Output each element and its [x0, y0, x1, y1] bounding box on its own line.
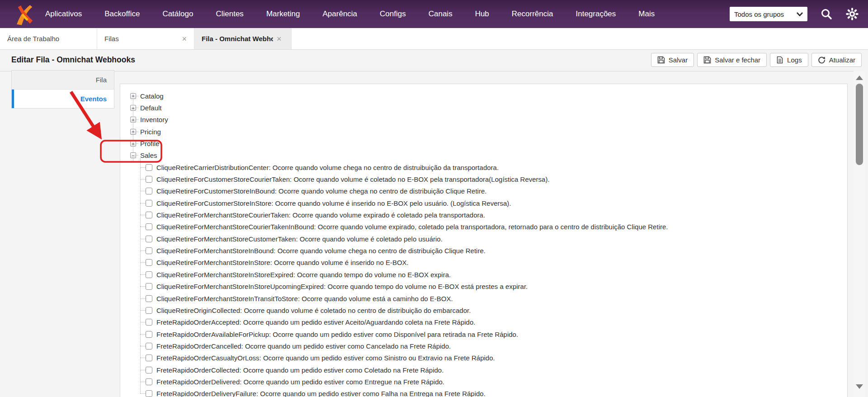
refresh-button[interactable]: Atualizar [811, 53, 862, 67]
event-checkbox[interactable] [146, 331, 152, 338]
group-select[interactable]: Todos os grupos [730, 7, 807, 21]
tree-connector-line [140, 158, 141, 394]
collapse-icon[interactable]: − [130, 152, 136, 158]
tab-fila-omnichat-webhooks[interactable]: Fila - Omnichat Webhooks× [194, 28, 292, 49]
nav-item-mais[interactable]: Mais [638, 9, 655, 19]
tree-connector [136, 132, 138, 132]
event-row: FreteRapidoOrderCasualtyOrLoss: Ocorre q… [120, 352, 847, 364]
tree-connector [140, 334, 146, 335]
close-icon[interactable]: × [277, 35, 282, 43]
tab-label: Fila - Omnichat Webhooks [202, 35, 273, 43]
tree-group-pricing[interactable]: +Pricing [120, 126, 847, 137]
scrollbar-thumb[interactable] [856, 84, 863, 165]
scroll-down-arrow-icon[interactable] [856, 384, 863, 389]
tree-connector [140, 203, 146, 203]
tree-group-default[interactable]: +Default [120, 102, 847, 113]
tree-connector [140, 215, 146, 215]
event-label: CliqueRetireCarrierDistributionCenter: O… [156, 164, 499, 171]
event-checkbox[interactable] [146, 354, 152, 361]
close-icon[interactable]: × [182, 35, 187, 43]
sales-events-list: CliqueRetireCarrierDistributionCenter: O… [120, 161, 847, 397]
refresh-button-label: Atualizar [829, 56, 855, 64]
event-checkbox[interactable] [146, 164, 152, 171]
nav-item-aparencia[interactable]: Aparência [323, 9, 358, 19]
nav-item-clientes[interactable]: Clientes [216, 9, 243, 19]
vertical-scrollbar[interactable] [854, 71, 865, 397]
save-button[interactable]: Salvar [651, 53, 694, 67]
event-row: CliqueRetireForMerchantStoreInBound: Oco… [120, 245, 847, 256]
event-checkbox[interactable] [146, 176, 152, 183]
tree-group-label: Profile [140, 140, 160, 147]
nav-item-catalogo[interactable]: Catálogo [162, 9, 193, 19]
tab-area-de-trabalho[interactable]: Área de Trabalho [0, 28, 97, 49]
event-label: CliqueRetireForMerchantStoreInTransitToS… [156, 295, 453, 302]
event-label: CliqueRetireForMerchantStoreCourierTaken… [156, 223, 668, 231]
event-row: CliqueRetireForMerchantStoreCustomerTake… [120, 233, 847, 245]
event-checkbox[interactable] [146, 247, 152, 254]
event-row: FreteRapidoOrderAvailableForPickup: Ocor… [120, 328, 847, 340]
event-checkbox[interactable] [146, 390, 152, 397]
search-icon[interactable] [820, 8, 833, 20]
event-checkbox[interactable] [146, 295, 152, 302]
event-row: FreteRapidoOrderDeliveryFailure: Ocorre … [120, 388, 847, 397]
event-checkbox[interactable] [146, 367, 152, 373]
save-close-button[interactable]: Salvar e fechar [697, 53, 767, 67]
nav-item-backoffice[interactable]: Backoffice [104, 9, 140, 19]
nav-item-canais[interactable]: Canais [429, 9, 453, 19]
sidebar-item-eventos[interactable]: Eventos [12, 90, 114, 108]
event-row: FreteRapidoOrderCollected: Ocorre quando… [120, 364, 847, 376]
event-checkbox[interactable] [146, 223, 152, 230]
tree-connector [136, 143, 138, 144]
tree-connector [140, 322, 146, 322]
tab-label: Filas [104, 35, 178, 43]
event-checkbox[interactable] [146, 343, 152, 350]
event-label: CliqueRetireForMerchantStoreInStoreUpcom… [156, 283, 528, 290]
event-checkbox[interactable] [146, 283, 152, 290]
event-row: CliqueRetireOriginCollected: Ocorre quan… [120, 304, 847, 316]
tree-group-inventory[interactable]: +Inventory [120, 114, 847, 126]
expand-icon[interactable]: + [130, 129, 136, 135]
expand-icon[interactable]: + [130, 141, 136, 147]
event-checkbox[interactable] [146, 271, 152, 278]
nav-item-configs[interactable]: Configs [380, 9, 406, 19]
tree-group-label: Default [140, 104, 162, 112]
tree-connector [140, 346, 146, 346]
gear-icon[interactable] [845, 7, 859, 21]
event-checkbox[interactable] [146, 319, 152, 326]
event-checkbox[interactable] [146, 236, 152, 242]
expand-icon[interactable]: + [130, 93, 136, 99]
nav-item-hub[interactable]: Hub [475, 9, 489, 19]
expand-icon[interactable]: + [130, 105, 136, 111]
event-row: CliqueRetireForMerchantStoreInStoreExpir… [120, 269, 847, 280]
event-label: FreteRapidoOrderDeliveryFailure: Ocorre … [156, 390, 486, 397]
event-row: CliqueRetireForMerchantStoreInTransitToS… [120, 293, 847, 304]
nav-item-integracoes[interactable]: Integrações [576, 9, 616, 19]
event-row: CliqueRetireForCustomerStoreCourierTaken… [120, 173, 847, 185]
nav-item-recorrencia[interactable]: Recorrência [512, 9, 553, 19]
tab-strip: Área de TrabalhoFilas×Fila - Omnichat We… [0, 28, 868, 50]
expand-icon[interactable]: + [130, 117, 136, 123]
tree-group-catalog[interactable]: +Catalog [120, 90, 847, 102]
event-checkbox[interactable] [146, 259, 152, 266]
logs-button[interactable]: Logs [770, 53, 808, 67]
tab-filas[interactable]: Filas× [97, 28, 194, 49]
nav-item-aplicativos[interactable]: Aplicativos [45, 9, 82, 19]
tree-group-profile[interactable]: +Profile [120, 137, 847, 149]
scroll-up-arrow-icon[interactable] [856, 76, 863, 80]
tree-group-sales[interactable]: −Sales [120, 150, 847, 161]
event-checkbox[interactable] [146, 200, 152, 207]
tree-connector [140, 310, 146, 311]
top-nav-bar: AplicativosBackofficeCatálogoClientesMar… [0, 0, 868, 28]
sidebar-item-fila[interactable]: Fila [12, 71, 114, 90]
event-checkbox[interactable] [146, 212, 152, 218]
brand-logo-icon[interactable] [12, 4, 36, 26]
event-label: FreteRapidoOrderCasualtyOrLoss: Ocorre q… [156, 354, 495, 362]
event-label: FreteRapidoOrderAccepted: Ocorre quando … [156, 318, 475, 326]
save-close-button-label: Salvar e fechar [715, 56, 760, 64]
nav-item-marketing[interactable]: Marketing [266, 9, 300, 19]
event-checkbox[interactable] [146, 188, 152, 194]
tree-connector [140, 274, 146, 275]
event-checkbox[interactable] [146, 307, 152, 314]
event-row: FreteRapidoOrderDelivered: Ocorre quando… [120, 376, 847, 388]
event-checkbox[interactable] [146, 378, 152, 385]
